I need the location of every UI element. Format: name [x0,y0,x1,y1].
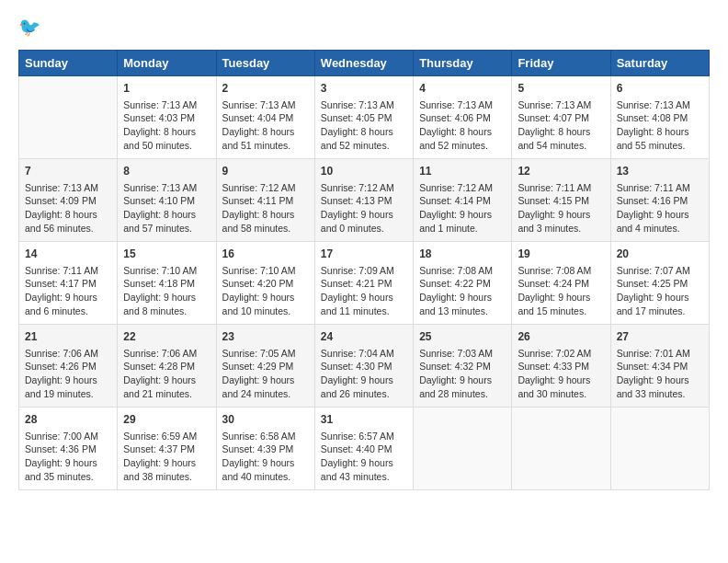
cell-content: Sunrise: 7:09 AM Sunset: 4:21 PM Dayligh… [321,264,407,318]
calendar-cell: 25Sunrise: 7:03 AM Sunset: 4:32 PM Dayli… [414,325,512,408]
day-number: 14 [25,247,111,262]
header-thursday: Thursday [414,51,512,76]
cell-content: Sunrise: 7:13 AM Sunset: 4:10 PM Dayligh… [123,181,210,236]
cell-content: Sunrise: 7:11 AM Sunset: 4:15 PM Dayligh… [518,181,604,236]
calendar-cell: 7Sunrise: 7:13 AM Sunset: 4:09 PM Daylig… [19,159,118,242]
calendar-cell: 24Sunrise: 7:04 AM Sunset: 4:30 PM Dayli… [314,325,413,408]
cell-content: Sunrise: 6:57 AM Sunset: 4:40 PM Dayligh… [321,430,407,484]
cell-content: Sunrise: 7:10 AM Sunset: 4:20 PM Dayligh… [222,264,309,318]
week-row-2: 7Sunrise: 7:13 AM Sunset: 4:09 PM Daylig… [19,159,710,242]
week-row-1: 1Sunrise: 7:13 AM Sunset: 4:03 PM Daylig… [19,76,710,159]
day-number: 8 [123,164,210,179]
cell-content: Sunrise: 7:12 AM Sunset: 4:11 PM Dayligh… [222,181,309,236]
cell-content: Sunrise: 7:03 AM Sunset: 4:32 PM Dayligh… [419,347,506,401]
cell-content: Sunrise: 6:59 AM Sunset: 4:37 PM Dayligh… [123,430,210,484]
cell-content: Sunrise: 7:01 AM Sunset: 4:34 PM Dayligh… [617,347,703,401]
day-number: 2 [222,81,309,97]
cell-content: Sunrise: 7:07 AM Sunset: 4:25 PM Dayligh… [617,264,703,318]
calendar-cell: 6Sunrise: 7:13 AM Sunset: 4:08 PM Daylig… [610,76,709,159]
calendar-cell: 2Sunrise: 7:13 AM Sunset: 4:04 PM Daylig… [216,76,314,159]
calendar-cell [414,408,512,490]
calendar-cell: 5Sunrise: 7:13 AM Sunset: 4:07 PM Daylig… [512,76,610,159]
cell-content: Sunrise: 7:13 AM Sunset: 4:06 PM Dayligh… [419,98,506,153]
cell-content: Sunrise: 7:02 AM Sunset: 4:33 PM Dayligh… [518,347,604,401]
calendar-cell [610,408,709,490]
day-number: 23 [222,329,309,345]
calendar-cell: 1Sunrise: 7:13 AM Sunset: 4:03 PM Daylig… [118,76,216,159]
logo: 🐦 [18,15,48,40]
cell-content: Sunrise: 7:10 AM Sunset: 4:18 PM Dayligh… [123,264,210,318]
day-number: 13 [617,164,703,179]
day-number: 7 [25,164,111,179]
day-number: 15 [123,247,210,262]
day-number: 10 [321,164,407,179]
header-tuesday: Tuesday [216,51,314,76]
calendar-cell: 9Sunrise: 7:12 AM Sunset: 4:11 PM Daylig… [216,159,314,242]
calendar-table: SundayMondayTuesdayWednesdayThursdayFrid… [18,50,710,490]
cell-content: Sunrise: 7:13 AM Sunset: 4:03 PM Dayligh… [123,98,210,153]
week-row-4: 21Sunrise: 7:06 AM Sunset: 4:26 PM Dayli… [19,325,710,408]
calendar-cell: 26Sunrise: 7:02 AM Sunset: 4:33 PM Dayli… [512,325,610,408]
calendar-cell: 18Sunrise: 7:08 AM Sunset: 4:22 PM Dayli… [414,242,512,325]
calendar-cell: 23Sunrise: 7:05 AM Sunset: 4:29 PM Dayli… [216,325,314,408]
calendar-cell: 30Sunrise: 6:58 AM Sunset: 4:39 PM Dayli… [216,408,314,490]
day-number: 4 [419,81,506,97]
calendar-cell: 29Sunrise: 6:59 AM Sunset: 4:37 PM Dayli… [118,408,216,490]
cell-content: Sunrise: 7:11 AM Sunset: 4:17 PM Dayligh… [25,264,111,318]
header-saturday: Saturday [610,51,709,76]
calendar-cell: 15Sunrise: 7:10 AM Sunset: 4:18 PM Dayli… [118,242,216,325]
svg-text:🐦: 🐦 [18,16,41,38]
header-monday: Monday [118,51,216,76]
calendar-cell: 11Sunrise: 7:12 AM Sunset: 4:14 PM Dayli… [414,159,512,242]
calendar-cell: 12Sunrise: 7:11 AM Sunset: 4:15 PM Dayli… [512,159,610,242]
calendar-cell: 4Sunrise: 7:13 AM Sunset: 4:06 PM Daylig… [414,76,512,159]
cell-content: Sunrise: 6:58 AM Sunset: 4:39 PM Dayligh… [222,430,309,484]
cell-content: Sunrise: 7:13 AM Sunset: 4:08 PM Dayligh… [617,98,703,153]
day-number: 27 [617,329,703,345]
calendar-cell: 16Sunrise: 7:10 AM Sunset: 4:20 PM Dayli… [216,242,314,325]
day-number: 1 [123,81,210,97]
calendar-cell [19,76,118,159]
week-row-5: 28Sunrise: 7:00 AM Sunset: 4:36 PM Dayli… [19,408,710,490]
day-number: 22 [123,329,210,345]
calendar-cell: 13Sunrise: 7:11 AM Sunset: 4:16 PM Dayli… [610,159,709,242]
calendar-cell: 28Sunrise: 7:00 AM Sunset: 4:36 PM Dayli… [19,408,118,490]
calendar-cell [512,408,610,490]
day-number: 26 [518,329,604,345]
day-number: 28 [25,412,111,428]
calendar-cell: 14Sunrise: 7:11 AM Sunset: 4:17 PM Dayli… [19,242,118,325]
day-number: 16 [222,247,309,262]
calendar-cell: 22Sunrise: 7:06 AM Sunset: 4:28 PM Dayli… [118,325,216,408]
cell-content: Sunrise: 7:13 AM Sunset: 4:04 PM Dayligh… [222,98,309,153]
calendar-cell: 3Sunrise: 7:13 AM Sunset: 4:05 PM Daylig… [314,76,413,159]
day-number: 11 [419,164,506,179]
week-row-3: 14Sunrise: 7:11 AM Sunset: 4:17 PM Dayli… [19,242,710,325]
day-number: 24 [321,329,407,345]
day-number: 3 [321,81,407,97]
cell-content: Sunrise: 7:12 AM Sunset: 4:14 PM Dayligh… [419,181,506,236]
day-number: 25 [419,329,506,345]
day-number: 18 [419,247,506,262]
day-number: 19 [518,247,604,262]
day-number: 17 [321,247,407,262]
cell-content: Sunrise: 7:13 AM Sunset: 4:05 PM Dayligh… [321,98,407,153]
calendar-cell: 20Sunrise: 7:07 AM Sunset: 4:25 PM Dayli… [610,242,709,325]
cell-content: Sunrise: 7:05 AM Sunset: 4:29 PM Dayligh… [222,347,309,401]
day-number: 9 [222,164,309,179]
page-header: 🐦 [18,15,710,40]
day-number: 30 [222,412,309,428]
cell-content: Sunrise: 7:13 AM Sunset: 4:09 PM Dayligh… [25,181,111,236]
calendar-cell: 8Sunrise: 7:13 AM Sunset: 4:10 PM Daylig… [118,159,216,242]
calendar-cell: 19Sunrise: 7:08 AM Sunset: 4:24 PM Dayli… [512,242,610,325]
day-number: 29 [123,412,210,428]
cell-content: Sunrise: 7:08 AM Sunset: 4:22 PM Dayligh… [419,264,506,318]
header-sunday: Sunday [19,51,118,76]
cell-content: Sunrise: 7:06 AM Sunset: 4:26 PM Dayligh… [25,347,111,401]
cell-content: Sunrise: 7:13 AM Sunset: 4:07 PM Dayligh… [518,98,604,153]
cell-content: Sunrise: 7:06 AM Sunset: 4:28 PM Dayligh… [123,347,210,401]
cell-content: Sunrise: 7:11 AM Sunset: 4:16 PM Dayligh… [617,181,703,236]
calendar-cell: 10Sunrise: 7:12 AM Sunset: 4:13 PM Dayli… [314,159,413,242]
day-number: 12 [518,164,604,179]
cell-content: Sunrise: 7:12 AM Sunset: 4:13 PM Dayligh… [321,181,407,236]
day-number: 5 [518,81,604,97]
